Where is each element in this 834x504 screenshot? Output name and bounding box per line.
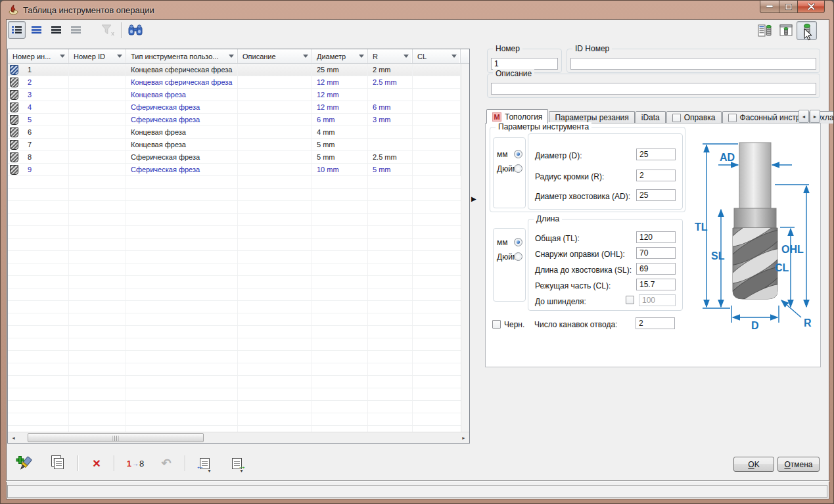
to-spindle-label: До шпинделя: [535,297,586,306]
mm-radio[interactable] [514,150,522,158]
table-row[interactable]: 6 Концевая фреза 4 mm [8,126,469,139]
renumber-icon: 1→8 [127,459,144,469]
column-header-r[interactable]: R [368,49,413,63]
holder-checkbox[interactable] [672,114,681,122]
diagram-label-d: D [751,320,759,331]
mm-label: мм [497,150,508,159]
tool-icon [10,165,18,175]
flutes-input[interactable] [636,317,675,329]
number-input[interactable] [491,58,558,70]
description-input[interactable] [491,83,816,95]
filter-arrow-icon[interactable] [452,55,457,60]
cancel-button[interactable]: Отмена [777,457,820,472]
renumber-tools-button[interactable]: 1→8 [124,454,147,472]
table-row[interactable]: 9 Сферическая фреза 10 mm 5 mm [8,164,469,176]
inch-radio[interactable] [514,164,522,173]
copy-tool-button[interactable] [49,454,68,472]
scroll-left-arrow[interactable]: ◄ [8,432,19,443]
shank-length-input[interactable] [636,263,676,275]
close-button[interactable] [798,1,825,13]
column-header-number[interactable]: Номер ин... [8,49,69,63]
export-tools-button[interactable]: → ▾ [227,454,246,472]
view-mode-list-gray-button[interactable] [67,21,85,39]
filter-arrow-icon[interactable] [359,55,364,60]
tab-topology[interactable]: M Топология [486,109,548,124]
form-tool-checkbox[interactable] [728,114,737,122]
tab-bar: M Топология Параметры резания iData Опра… [486,109,834,124]
tab-form-tool[interactable]: Фасонный инстр. [722,111,808,124]
tool-icon [10,103,18,112]
vertical-scrollbar[interactable] [461,64,469,433]
import-tools-button[interactable]: ← ▾ [195,454,214,472]
table-row[interactable]: 7 Концевая фреза 5 mm [8,139,469,151]
to-spindle-checkbox[interactable] [626,296,634,304]
table-row[interactable]: 4 Сферическая фреза 12 mm 6 mm [8,101,469,114]
panel-collapse-arrow[interactable]: ▶ [471,195,476,202]
filter-arrow-icon[interactable] [117,55,122,60]
rough-label: Черн. [504,320,524,329]
mm-radio-2[interactable] [514,238,522,246]
filter-arrow-icon[interactable] [404,55,409,60]
search-button[interactable] [126,21,144,39]
column-header-diameter[interactable]: Диаметр [312,49,368,63]
layout-table-and-tool-button[interactable] [755,21,774,39]
tool-parameters-title: Параметры инструмента [496,122,591,131]
tab-holder[interactable]: Оправка [666,111,722,124]
tab-idata[interactable]: iData [636,111,666,124]
list-black-icon [51,26,62,34]
table-row[interactable]: 8 Сферическая фреза 5 mm 2.5 mm [8,151,469,164]
total-length-input[interactable] [636,231,676,243]
dialog-window: Таблица инструментов операции [0,0,834,504]
tab-scroll-left-button[interactable]: ◄ [799,110,809,123]
view-mode-list-blue-button[interactable] [28,21,45,39]
filter-arrow-icon[interactable] [229,55,234,60]
diameter-input[interactable] [636,149,676,160]
table-row[interactable]: 1 Концевая сферическая фреза 25 mm 2 mm [8,64,469,76]
view-mode-details-button[interactable] [8,21,26,39]
diameter-label: Диаметр (D): [535,151,582,160]
table-row[interactable]: 2 Концевая сферическая фреза 12 mm 2.5 m… [8,76,469,89]
column-header-cl[interactable]: CL [413,49,461,63]
outside-holder-input[interactable] [636,247,676,259]
title-bar[interactable]: Таблица инструментов операции [1,1,833,19]
ok-button[interactable]: OK [733,457,774,472]
id-number-input[interactable] [570,58,816,70]
filter-arrow-icon[interactable] [303,55,308,60]
copy-icon [54,458,64,469]
column-header-id[interactable]: Номер ID [69,49,126,63]
undo-button: ↶ [157,454,175,472]
table-row[interactable]: 3 Концевая фреза 12 mm [8,89,469,101]
maximize-button[interactable] [779,1,798,13]
tab-scroll-right-button[interactable]: ► [810,110,820,123]
rough-checkbox[interactable] [492,320,501,329]
corner-radius-input[interactable] [636,170,676,181]
tool-icon [10,78,18,87]
column-header-description[interactable]: Описание [238,49,312,63]
topology-m-icon: M [492,112,501,122]
table-empty-area [8,176,469,434]
column-header-type[interactable]: Тип инструмента пользо... [126,49,238,63]
diagram-label-ad: AD [720,152,735,163]
total-length-label: Общая (TL): [535,234,580,243]
tool-icon [10,90,18,100]
delete-tool-button[interactable]: ✕ [87,454,106,472]
view-mode-list-black-button[interactable] [47,21,65,39]
to-spindle-input [639,294,676,306]
scroll-right-arrow[interactable]: ► [458,432,469,443]
id-number-groupbox: ID Номер [567,49,820,73]
minimize-button[interactable] [760,1,779,13]
inch-radio-2[interactable] [514,252,522,261]
shank-diameter-input[interactable] [636,189,676,201]
cutting-length-label: Режущая часть (CL): [535,281,611,290]
cutting-length-input[interactable] [636,279,676,290]
list-blue-icon [31,26,42,34]
horizontal-scrollbar[interactable]: ◄ ► [8,432,469,443]
add-tool-button[interactable] [15,454,34,472]
status-separator [6,480,829,482]
table-row[interactable]: 5 Сферическая фреза 6 mm 3 mm [8,114,469,126]
layout-tool-window-button[interactable] [777,22,795,39]
scrollbar-thumb[interactable] [28,433,204,442]
filter-arrow-icon[interactable] [60,55,65,60]
tool-icon [10,152,18,162]
table-with-tool-icon [758,24,772,37]
